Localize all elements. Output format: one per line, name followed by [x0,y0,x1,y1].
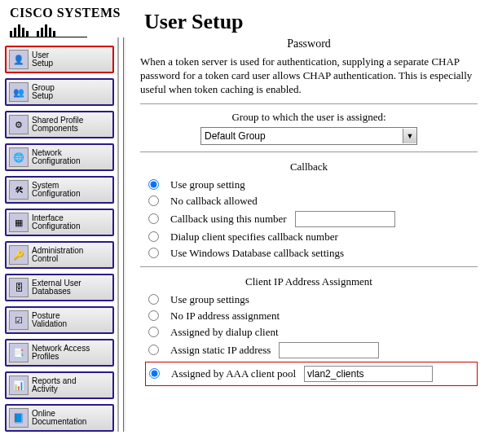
group-select[interactable]: Default Group ▼ [200,127,417,145]
nav-label: GroupSetup [32,84,55,101]
divider [140,103,478,104]
ip-label: Assigned by AAA client pool [171,367,296,380]
nav-item-0[interactable]: 👤UserSetup [5,46,114,73]
chevron-down-icon: ▼ [403,129,416,143]
group-select-value: Default Group [205,130,266,142]
nav-label: NetworkConfiguration [32,149,80,166]
divider [140,266,478,267]
nav-icon: 🌐 [9,147,29,167]
ip-label: Use group settings [170,293,249,306]
nav-label: PostureValidation [32,312,67,329]
nav-icon: 🗄 [9,278,29,297]
ip-label: No IP address assignment [170,310,280,323]
nav-item-10[interactable]: 📊Reports andActivity [5,371,114,399]
ip-title: Client IP Address Assignment [140,275,478,288]
logo-skyline-icon [10,22,87,37]
main-panel: Password When a token server is used for… [126,37,489,432]
nav-item-11[interactable]: 📘OnlineDocumentation [5,404,114,432]
logo-brand-text: CISCO SYSTEMS [10,6,128,20]
nav-label: External UserDatabases [32,279,82,296]
password-description: When a token server is used for authenti… [140,55,478,97]
nav-icon: 👤 [9,50,29,69]
cisco-logo: CISCO SYSTEMS [0,1,128,37]
nav-icon: ▦ [9,213,29,232]
ip-label: Assigned by dialup client [170,326,279,339]
nav-item-8[interactable]: ☑PostureValidation [5,306,114,334]
callback-radio-dialup[interactable] [148,231,159,242]
nav-icon: 🔑 [9,245,29,265]
callback-label: Use Windows Database callback settings [170,247,344,260]
divider [140,152,478,152]
callback-label: Callback using this number [170,213,287,226]
nav-item-5[interactable]: ▦InterfaceConfiguration [5,209,114,236]
callback-radio-no-callback[interactable] [148,195,159,206]
ip-radio-group-settings[interactable] [148,294,159,305]
group-label: Group to which the user is assigned: [140,111,478,124]
callback-radio-windows-db[interactable] [148,248,159,258]
callback-radio-use-group[interactable] [148,179,159,190]
nav-icon: 🛠 [9,180,29,200]
callback-label: Use group setting [170,178,245,191]
callback-label: No callback allowed [170,195,258,208]
nav-label: Reports andActivity [32,377,76,394]
nav-icon: ⚙ [9,115,29,134]
nav-item-4[interactable]: 🛠SystemConfiguration [5,176,114,204]
nav-item-2[interactable]: ⚙Shared ProfileComponents [5,111,114,138]
nav-label: OnlineDocumentation [32,410,86,427]
password-title: Password [140,37,478,51]
nav-icon: ☑ [9,310,29,330]
ip-radio-static-ip[interactable] [148,345,159,355]
nav-label: Network AccessProfiles [32,345,90,362]
ip-radio-no-assignment[interactable] [148,310,159,321]
nav-label: SystemConfiguration [32,182,80,199]
ip-radio-aaa-pool[interactable] [149,368,160,379]
nav-icon: 📊 [9,376,29,395]
nav-icon: 👥 [9,82,29,102]
nav-item-1[interactable]: 👥GroupSetup [5,78,114,106]
callback-title: Callback [140,160,478,173]
page-title: User Setup [128,0,489,37]
ip-label: Assign static IP address [170,344,271,357]
nav-label: UserSetup [32,51,53,68]
pane-divider[interactable] [117,37,126,432]
callback-number-input[interactable] [295,211,395,227]
nav-icon: 📑 [9,343,29,362]
callback-radio-this-number[interactable] [148,213,159,224]
nav-item-6[interactable]: 🔑AdministrationControl [5,241,114,269]
nav-item-3[interactable]: 🌐NetworkConfiguration [5,143,114,171]
nav-label: InterfaceConfiguration [32,214,80,231]
nav-icon: 📘 [9,408,29,428]
nav-label: AdministrationControl [32,247,83,264]
left-nav: 👤UserSetup👥GroupSetup⚙Shared ProfileComp… [0,37,117,432]
highlighted-pool-row: Assigned by AAA client pool [145,362,478,386]
aaa-pool-input[interactable] [304,366,433,382]
nav-label: Shared ProfileComponents [32,116,83,134]
nav-item-9[interactable]: 📑Network AccessProfiles [5,339,114,367]
callback-label: Dialup client specifies callback number [170,231,338,244]
nav-item-7[interactable]: 🗄External UserDatabases [5,274,114,301]
ip-radio-dialup-client[interactable] [148,327,159,337]
static-ip-input[interactable] [279,342,379,358]
